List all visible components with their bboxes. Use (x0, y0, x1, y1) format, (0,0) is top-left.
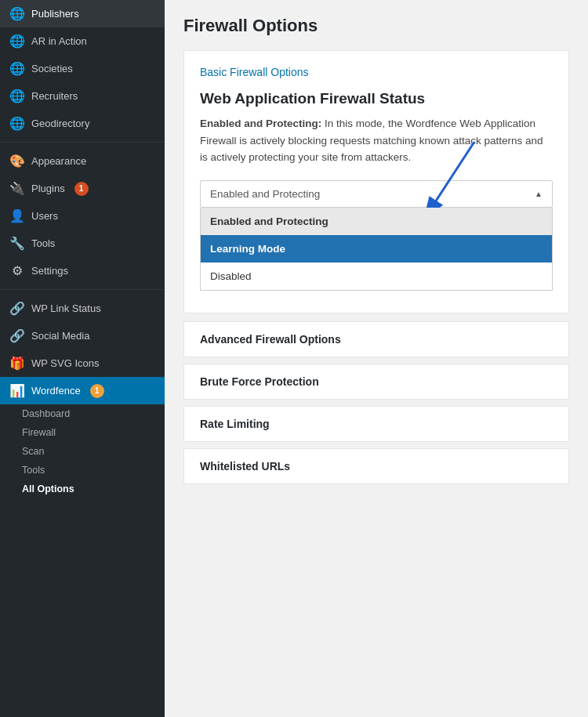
whitelisted-urls-header[interactable]: Whitelisted URLs (184, 449, 568, 483)
sidebar-label-publishers: Publishers (31, 8, 79, 20)
sidebar-subitem-dashboard[interactable]: Dashboard (0, 404, 165, 423)
rate-limiting-label: Rate Limiting (200, 418, 270, 430)
globe-icon-2: 🌐 (9, 34, 25, 49)
brute-force-header[interactable]: Brute Force Protection (184, 364, 568, 399)
sidebar: 🌐 Publishers 🌐 AR in Action 🌐 Societies … (0, 0, 165, 717)
tools-icon: 🔧 (9, 236, 25, 251)
main-content: Firewall Options Basic Firewall Options … (165, 0, 588, 717)
globe-icon-5: 🌐 (9, 116, 25, 131)
sidebar-label-tools: Tools (31, 237, 55, 249)
page-title: Firewall Options (183, 16, 569, 36)
firewall-options-card: Basic Firewall Options Web Application F… (183, 50, 569, 313)
sidebar-item-recruiters[interactable]: 🌐 Recruiters (0, 82, 165, 110)
waf-status-dropdown-trigger[interactable]: Enabled and Protecting ▲ (200, 180, 553, 208)
advanced-firewall-label: Advanced Firewall Options (200, 333, 341, 346)
sidebar-label-ar-in-action: AR in Action (31, 35, 87, 47)
sidebar-sublabel-firewall: Firewall (22, 427, 56, 438)
sidebar-item-geodirectory[interactable]: 🌐 Geodirectory (0, 110, 165, 137)
brute-force-section: Brute Force Protection (183, 364, 569, 400)
sidebar-item-users[interactable]: 👤 Users (0, 202, 165, 230)
rate-limiting-header[interactable]: Rate Limiting (184, 407, 568, 441)
sidebar-item-wp-link-status[interactable]: 🔗 WP Link Status (0, 295, 165, 322)
waf-section-title: Web Application Firewall Status (200, 90, 553, 107)
sidebar-subitem-all-options[interactable]: All Options (0, 480, 165, 498)
sidebar-label-wordfence: Wordfence (31, 385, 81, 397)
dropdown-selected-label: Enabled and Protecting (210, 188, 320, 200)
card-section-basic: Basic Firewall Options Web Application F… (184, 51, 568, 313)
sidebar-item-societies[interactable]: 🌐 Societies (0, 55, 165, 82)
link-icon: 🔗 (9, 301, 25, 316)
sidebar-sublabel-scan: Scan (22, 446, 45, 457)
sidebar-sublabel-dashboard: Dashboard (22, 408, 70, 419)
settings-icon: ⚙ (9, 263, 25, 278)
sidebar-item-wp-svg-icons[interactable]: 🎁 WP SVG Icons (0, 349, 165, 377)
sidebar-label-wp-link-status: WP Link Status (31, 302, 101, 314)
sidebar-label-wp-svg-icons: WP SVG Icons (31, 357, 99, 369)
description-bold: Enabled and Protecting: (200, 118, 321, 129)
social-icon: 🔗 (9, 328, 25, 343)
sidebar-item-publishers[interactable]: 🌐 Publishers (0, 0, 165, 27)
sidebar-item-settings[interactable]: ⚙ Settings (0, 257, 165, 284)
divider-1 (0, 142, 165, 143)
dropdown-option-enabled[interactable]: Enabled and Protecting (201, 208, 552, 235)
brute-force-label: Brute Force Protection (200, 375, 319, 388)
sidebar-item-social-media[interactable]: 🔗 Social Media (0, 322, 165, 349)
advanced-firewall-section: Advanced Firewall Options (183, 321, 569, 357)
sidebar-label-social-media: Social Media (31, 330, 89, 342)
sidebar-sublabel-tools: Tools (22, 465, 45, 476)
sidebar-subitem-scan[interactable]: Scan (0, 442, 165, 461)
sidebar-subitem-firewall[interactable]: Firewall (0, 423, 165, 442)
plugins-badge: 1 (74, 182, 89, 196)
waf-status-dropdown-menu: Enabled and Protecting Learning Mode Dis… (200, 208, 553, 291)
sidebar-sublabel-all-options: All Options (22, 483, 74, 494)
dropdown-option-learning[interactable]: Learning Mode (201, 235, 552, 263)
dropdown-arrow-icon: ▲ (535, 190, 543, 198)
waf-description: Enabled and Protecting: In this mode, th… (200, 115, 553, 166)
rate-limiting-section: Rate Limiting (183, 406, 569, 442)
globe-icon-4: 🌐 (9, 89, 25, 103)
sidebar-label-societies: Societies (31, 63, 73, 74)
waf-status-dropdown-container: Enabled and Protecting ▲ Enabled and Pro… (200, 180, 553, 291)
sidebar-item-appearance[interactable]: 🎨 Appearance (0, 147, 165, 175)
sidebar-label-users: Users (31, 210, 58, 222)
wordfence-badge: 1 (90, 384, 104, 398)
sidebar-item-wordfence[interactable]: 📊 Wordfence 1 (0, 377, 165, 404)
sidebar-label-plugins: Plugins (31, 183, 65, 194)
sidebar-label-appearance: Appearance (31, 155, 86, 167)
basic-firewall-options-link[interactable]: Basic Firewall Options (200, 66, 309, 78)
sidebar-item-ar-in-action[interactable]: 🌐 AR in Action (0, 27, 165, 55)
whitelisted-urls-label: Whitelisted URLs (200, 460, 290, 473)
sidebar-label-geodirectory: Geodirectory (31, 118, 89, 129)
globe-icon-3: 🌐 (9, 61, 25, 76)
plugin-icon: 🔌 (9, 181, 25, 196)
globe-icon: 🌐 (9, 6, 25, 21)
users-icon: 👤 (9, 208, 25, 223)
sidebar-label-recruiters: Recruiters (31, 90, 78, 102)
whitelisted-urls-section: Whitelisted URLs (183, 448, 569, 484)
gift-icon: 🎁 (9, 356, 25, 371)
sidebar-item-plugins[interactable]: 🔌 Plugins 1 (0, 175, 165, 202)
dropdown-option-disabled[interactable]: Disabled (201, 263, 552, 290)
chart-icon: 📊 (9, 383, 25, 398)
divider-2 (0, 289, 165, 290)
sidebar-item-tools[interactable]: 🔧 Tools (0, 230, 165, 257)
sidebar-subitem-tools[interactable]: Tools (0, 461, 165, 480)
paint-icon: 🎨 (9, 154, 25, 168)
sidebar-label-settings: Settings (31, 265, 68, 277)
advanced-firewall-header[interactable]: Advanced Firewall Options (184, 322, 568, 357)
